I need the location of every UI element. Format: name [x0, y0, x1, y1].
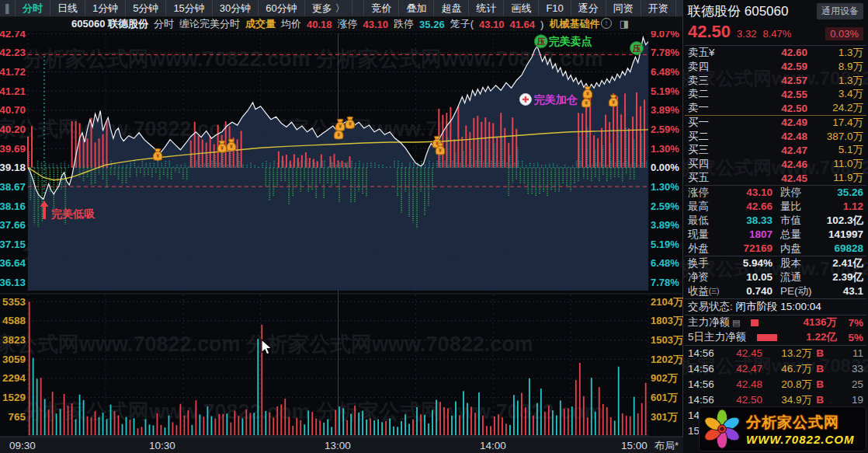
- cage-high-value: 43.10: [479, 19, 505, 30]
- menu-tool-F10[interactable]: F10: [539, 0, 571, 16]
- price-axis-label: 40.20: [0, 124, 26, 135]
- book-level-size: 24.2万: [807, 101, 863, 115]
- tab-period-15分钟[interactable]: 15分钟: [166, 0, 212, 16]
- menu-tool-逐分[interactable]: 逐分: [571, 0, 606, 16]
- trading-app-window: ❚分时日线1分钟5分钟15分钟30分钟60分钟更多 〉竞价叠加超盘统计画线F10…: [0, 0, 868, 453]
- order-book-row[interactable]: 卖五¥42.601.3万: [683, 46, 868, 60]
- svg-text:¥: ¥: [339, 124, 342, 129]
- menu-tool-简框[interactable]: 简框: [676, 0, 682, 16]
- percent-axis-label: 2.59%: [651, 124, 679, 135]
- tab-period-1分钟[interactable]: 1分钟: [85, 0, 126, 16]
- layout-switcher[interactable]: 布局*: [654, 440, 679, 451]
- trade-count: 19: [828, 394, 863, 406]
- order-book-row[interactable]: 买四42.4611.0万: [683, 157, 868, 171]
- book-level-label: 买五: [688, 171, 724, 185]
- price-axis-label: 38.67: [0, 181, 26, 193]
- stat-value: 10.05: [722, 271, 773, 283]
- time-axis-label: 10:30: [149, 440, 175, 451]
- percent-axis-label: 7.78%: [651, 277, 679, 288]
- main-net-inflow-value: 4136万: [759, 315, 837, 329]
- stats-row: 现量1807总量141997: [683, 228, 868, 242]
- tab-period-分时[interactable]: 分时: [16, 0, 50, 16]
- chart-canvas[interactable]: 42.749.07%42.237.78%41.726.48%41.215.19%…: [0, 31, 683, 453]
- book-level-label: 买四: [688, 157, 724, 171]
- menu-tool-开资[interactable]: 开资: [641, 0, 676, 16]
- book-level-label: 买三: [688, 143, 724, 157]
- stat-label: 股本: [773, 256, 813, 270]
- percent-axis-label: 7.78%: [651, 47, 679, 58]
- expand-up-icon[interactable]: ↑: [601, 18, 612, 29]
- percent-axis-label: 0.00%: [651, 162, 679, 173]
- trade-price: 42.48: [722, 378, 762, 390]
- detail-list-icon[interactable]: ▤: [732, 318, 740, 328]
- order-book-row[interactable]: 卖一42.5024.2万: [683, 101, 868, 115]
- price-axis-label: 41.72: [0, 66, 26, 78]
- price-change-pct: 8.47%: [762, 28, 791, 40]
- order-book-row[interactable]: 卖二42.553.4万: [683, 87, 868, 101]
- svg-text:¥: ¥: [439, 148, 442, 153]
- tab-period-日线[interactable]: 日线: [50, 0, 85, 16]
- stat-label: 市值: [773, 214, 813, 228]
- stat-label: 最高: [688, 200, 722, 214]
- trade-size: 46.7万: [762, 362, 812, 376]
- trade-row: 14:5642.5034.9万B19: [683, 392, 868, 408]
- book-level-label: 买一: [688, 116, 724, 130]
- tab-period-5分钟[interactable]: 5分钟: [126, 0, 166, 16]
- order-book-row[interactable]: 卖三42.571.3万: [683, 74, 868, 88]
- split-pane-icon[interactable]: ◨: [620, 18, 629, 30]
- stats-row: 最低38.33市值102.3亿: [683, 214, 868, 228]
- industry-label[interactable]: 机械基础件: [549, 17, 599, 31]
- svg-text:¥: ¥: [230, 144, 233, 149]
- trade-time: 14:56: [688, 394, 722, 406]
- stat-value: 42.66: [722, 200, 773, 212]
- sector-badge[interactable]: 通用设备: [817, 3, 863, 19]
- stat-label: 换手: [688, 256, 722, 270]
- order-book-row[interactable]: 买一42.4917.4万: [683, 116, 868, 130]
- main-net-inflow-label: 主力净额: [688, 315, 730, 329]
- period-label[interactable]: 分时: [154, 17, 174, 31]
- volume-axis-label: 2294: [2, 372, 26, 384]
- menu-tool-超盘[interactable]: 超盘: [434, 0, 469, 16]
- order-book-row[interactable]: 卖四42.598.9万: [683, 60, 868, 74]
- stats-row: 最高42.66量比1.12: [683, 200, 868, 214]
- stats-row: 换手5.94%股本2.41亿: [683, 256, 868, 270]
- d5-net-inflow-row[interactable]: 5日主力净额 1.22亿 5%: [683, 330, 868, 345]
- volume-axis-label: 3823: [2, 334, 26, 346]
- stat-value: 141997: [813, 228, 863, 240]
- order-book-row[interactable]: 买二42.48387.0万: [683, 130, 868, 144]
- tab-period-更多 〉[interactable]: 更多 〉: [305, 0, 353, 16]
- price-change: 3.32: [737, 28, 756, 40]
- menu-tool-统计[interactable]: 统计: [469, 0, 504, 16]
- order-book-row[interactable]: 买三42.475.1万: [683, 144, 868, 158]
- order-book-row[interactable]: 买五42.4511.9万: [683, 171, 868, 185]
- tab-period-60分钟[interactable]: 60分钟: [259, 0, 304, 16]
- main-net-inflow-row[interactable]: 主力净额 ▤ 4136万 7%: [683, 315, 868, 330]
- svg-text:¥: ¥: [220, 145, 224, 151]
- percent-axis-label: 9.07%: [651, 31, 679, 40]
- logo-site-name: 分析家公式网: [746, 413, 854, 433]
- last-price: 42.50: [688, 22, 731, 42]
- time-axis-label: 13:00: [325, 440, 351, 451]
- menu-tool-叠加[interactable]: 叠加: [399, 0, 434, 16]
- amount-axis-label: 1202万: [651, 354, 683, 365]
- volume-indicator-label[interactable]: 成交量: [245, 17, 276, 31]
- stat-value: 102.3亿: [813, 214, 863, 228]
- price-axis-label: 36.64: [0, 257, 26, 269]
- indicator-name[interactable]: 缠论完美分时: [179, 17, 240, 31]
- svg-text:¥: ¥: [586, 91, 589, 96]
- amount-axis-label: 902万: [651, 372, 679, 384]
- intraday-chart[interactable]: 42.749.07%42.237.78%41.726.48%41.215.19%…: [0, 31, 683, 453]
- svg-text:¥: ¥: [156, 153, 159, 159]
- menu-tool-画线[interactable]: 画线: [504, 0, 539, 16]
- menu-tool-同资[interactable]: 同资: [606, 0, 641, 16]
- book-level-price: 42.49: [724, 117, 807, 128]
- menu-tool-竞价[interactable]: 竞价: [363, 0, 399, 16]
- stat-label: 量比: [773, 200, 813, 214]
- stat-label: 收益㈢: [688, 284, 722, 298]
- book-level-label: 卖一: [688, 101, 724, 115]
- avg-price-label: 均价: [281, 17, 301, 31]
- tab-period-30分钟[interactable]: 30分钟: [213, 0, 259, 16]
- price-axis-label: 41.21: [0, 85, 26, 97]
- cage-low-value: 41.64: [510, 19, 536, 30]
- stat-value: 2.41亿: [813, 256, 863, 270]
